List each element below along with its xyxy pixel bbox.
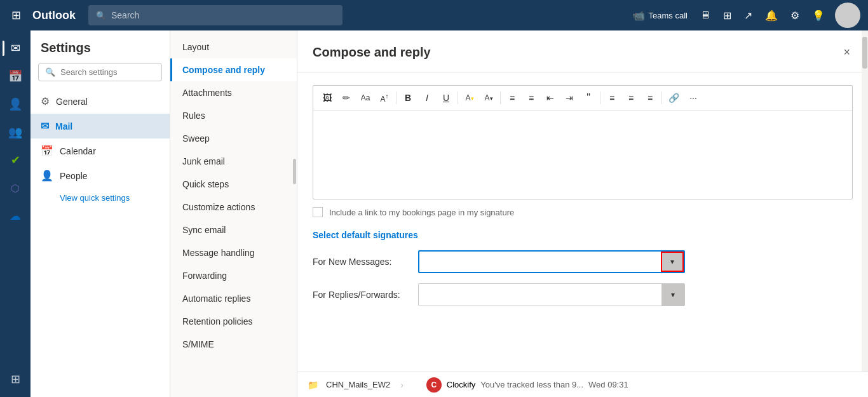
sub-nav-layout[interactable]: Layout	[170, 36, 297, 58]
screen-share-btn[interactable]: 🖥	[695, 6, 715, 25]
grow-font-btn[interactable]: A↑	[376, 90, 393, 106]
justify-btn[interactable]: ≡	[641, 90, 659, 105]
bell-icon: 🔔	[765, 10, 778, 22]
outdent-btn[interactable]: ⇤	[541, 90, 559, 105]
sig-edit-area[interactable]	[313, 111, 852, 193]
video-icon: 📹	[632, 10, 645, 22]
notification-item[interactable]: C Clockify You've tracked less than 9...…	[426, 377, 628, 393]
screen-icon: 🖥	[700, 10, 710, 21]
sub-nav-smime[interactable]: S/MIME	[170, 333, 297, 356]
settings-nav-general[interactable]: ⚙ General	[31, 89, 170, 114]
search-bar[interactable]: 🔍	[88, 5, 342, 25]
new-messages-dropdown[interactable]: ▾	[418, 250, 685, 273]
bookings-row: Include a link to my bookings page in my…	[313, 207, 853, 217]
replies-dropdown[interactable]: ▾	[418, 283, 685, 306]
teams-call-btn[interactable]: 📹 Teams call	[627, 6, 693, 25]
search-input[interactable]	[111, 10, 335, 20]
more-btn[interactable]: ···	[684, 90, 702, 105]
bell-btn[interactable]: 🔔	[760, 6, 783, 25]
bottom-bar: 📁 CHN_Mails_EW2 › C Clockify You've trac…	[297, 372, 868, 397]
indent-btn[interactable]: ⇥	[560, 90, 578, 105]
onedrive-icon: ☁	[10, 209, 21, 223]
sub-nav-retention[interactable]: Retention policies	[170, 310, 297, 333]
settings-nav-people[interactable]: 👤 People	[31, 163, 170, 188]
icon-bar-onedrive[interactable]: ☁	[3, 203, 28, 229]
link-btn[interactable]: 🔗	[665, 90, 683, 105]
sub-nav-rules[interactable]: Rules	[170, 104, 297, 127]
content-body: 🖼 ✏ Aa A↑ B I U A▾ A▾ ≡ ≡ ⇤ ⇥ "	[297, 72, 868, 397]
icon-bar-people[interactable]: 👤	[3, 91, 28, 117]
waffle-icon[interactable]: ⊞	[8, 4, 25, 26]
icon-bar-calendar[interactable]: 📅	[3, 64, 28, 89]
sub-nav-quick-steps[interactable]: Quick steps	[170, 173, 297, 196]
main-layout: ✉ 📅 👤 👥 ✔ ⬡ ☁ ⊞ Settings 🔍 ⚙ General ✉ M…	[0, 30, 868, 397]
replies-arrow-btn[interactable]: ▾	[661, 284, 684, 306]
view-quick-settings-link[interactable]: View quick settings	[31, 188, 170, 203]
app-logo: Outlook	[32, 9, 76, 22]
notification-preview: You've tracked less than 9...	[480, 380, 583, 389]
signature-editor[interactable]: 🖼 ✏ Aa A↑ B I U A▾ A▾ ≡ ≡ ⇤ ⇥ "	[313, 85, 853, 199]
general-icon: ⚙	[41, 95, 50, 107]
sub-nav-forwarding[interactable]: Forwarding	[170, 264, 297, 287]
sub-nav-sync-email[interactable]: Sync email	[170, 219, 297, 241]
icon-bar-groups[interactable]: 👥	[3, 119, 28, 145]
settings-btn[interactable]: ⚙	[785, 6, 804, 25]
quote-btn[interactable]: "	[580, 90, 597, 106]
icon-bar-teams[interactable]: ⬡	[3, 175, 28, 201]
search-settings-input[interactable]	[60, 67, 155, 77]
content-scrollbar[interactable]	[862, 30, 868, 372]
settings-nav-calendar[interactable]: 📅 Calendar	[31, 138, 170, 163]
sub-nav-message-handling[interactable]: Message handling	[170, 241, 297, 264]
settings-sidebar: Settings 🔍 ⚙ General ✉ Mail 📅 Calendar 👤…	[31, 30, 170, 397]
search-settings-box[interactable]: 🔍	[38, 63, 162, 81]
bold-btn[interactable]: B	[399, 90, 417, 105]
toolbar-sep-1	[396, 91, 397, 104]
replies-label: For Replies/Forwards:	[313, 290, 408, 300]
list-btn[interactable]: ≡	[522, 90, 540, 105]
format-brush-btn[interactable]: ✏	[337, 90, 355, 105]
align-center-btn[interactable]: ≡	[603, 90, 621, 105]
font-color-btn[interactable]: A▾	[480, 91, 498, 105]
icon-bar-tasks[interactable]: ✔	[3, 147, 28, 173]
icon-bar-apps[interactable]: ⊞	[3, 367, 28, 392]
highlight-btn[interactable]: A▾	[461, 91, 478, 105]
compose-reply-title: Compose and reply	[313, 45, 431, 60]
sub-nav-scrollbar[interactable]	[292, 30, 297, 397]
sub-nav-attachments[interactable]: Attachments	[170, 81, 297, 104]
underline-btn[interactable]: U	[437, 90, 455, 105]
teams-icon: ⬡	[11, 182, 20, 194]
people-icon: 👤	[8, 97, 22, 111]
italic-btn[interactable]: I	[418, 90, 436, 105]
toolbar-sep-3	[500, 91, 501, 104]
icon-bar: ✉ 📅 👤 👥 ✔ ⬡ ☁ ⊞	[0, 30, 31, 397]
folder-name: CHN_Mails_EW2	[326, 380, 390, 389]
replies-input[interactable]	[419, 284, 661, 306]
new-messages-label: For New Messages:	[313, 257, 408, 267]
sub-nav-customize-actions[interactable]: Customize actions	[170, 196, 297, 219]
lightbulb-btn[interactable]: 💡	[807, 6, 830, 25]
align-btn[interactable]: ≡	[503, 90, 521, 105]
sub-nav-automatic-replies[interactable]: Automatic replies	[170, 287, 297, 310]
grid-btn[interactable]: ⊞	[718, 6, 736, 25]
settings-nav-mail[interactable]: ✉ Mail	[31, 114, 170, 138]
new-messages-arrow-btn[interactable]: ▾	[661, 252, 684, 272]
sub-nav-junk[interactable]: Junk email	[170, 150, 297, 173]
toolbar-sep-5	[661, 91, 662, 104]
align-right-btn[interactable]: ≡	[622, 90, 640, 105]
font-size-btn[interactable]: Aa	[356, 91, 374, 105]
settings-title: Settings	[31, 41, 170, 63]
bookings-label: Include a link to my bookings page in my…	[329, 208, 514, 217]
forward-btn[interactable]: ↗	[739, 6, 757, 25]
avatar[interactable]	[835, 3, 860, 28]
toolbar-sep-2	[458, 91, 458, 104]
image-btn[interactable]: 🖼	[318, 90, 336, 105]
new-messages-input[interactable]	[419, 252, 661, 272]
bookings-checkbox[interactable]	[313, 207, 323, 217]
icon-bar-mail[interactable]: ✉	[3, 36, 28, 61]
folder-icon: 📁	[308, 380, 318, 390]
content-scrollbar-thumb	[862, 37, 867, 69]
settings-nav: ⚙ General ✉ Mail 📅 Calendar 👤 People Vie…	[31, 89, 170, 387]
sub-nav-sweep[interactable]: Sweep	[170, 127, 297, 150]
sub-nav-compose-reply[interactable]: Compose and reply	[170, 58, 297, 81]
close-btn[interactable]: ×	[841, 43, 853, 62]
